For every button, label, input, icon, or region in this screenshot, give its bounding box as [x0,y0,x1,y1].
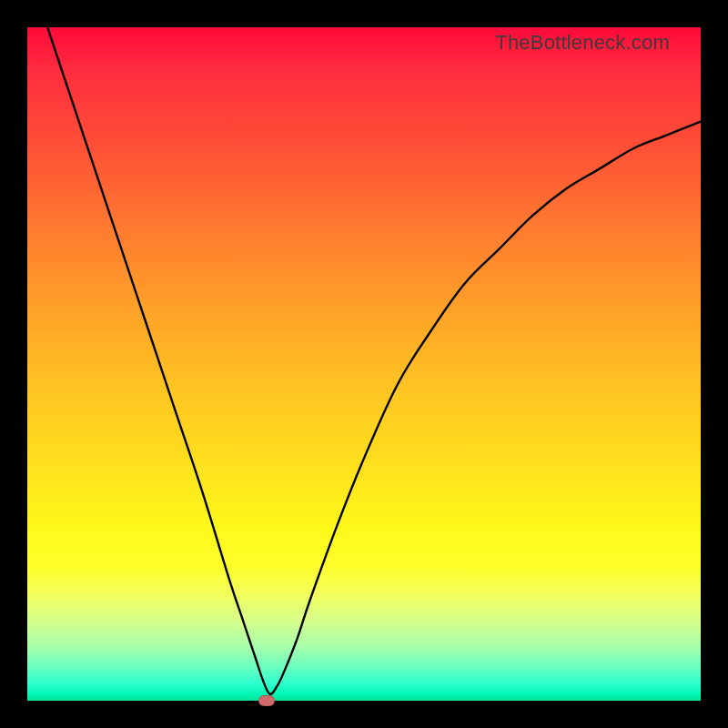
bottleneck-curve-line [47,27,701,694]
curve-layer [27,27,701,701]
plot-area: TheBottleneck.com [27,27,701,701]
watermark-text: TheBottleneck.com [495,31,670,55]
minimum-marker [258,695,275,706]
chart-frame: TheBottleneck.com [0,0,728,728]
